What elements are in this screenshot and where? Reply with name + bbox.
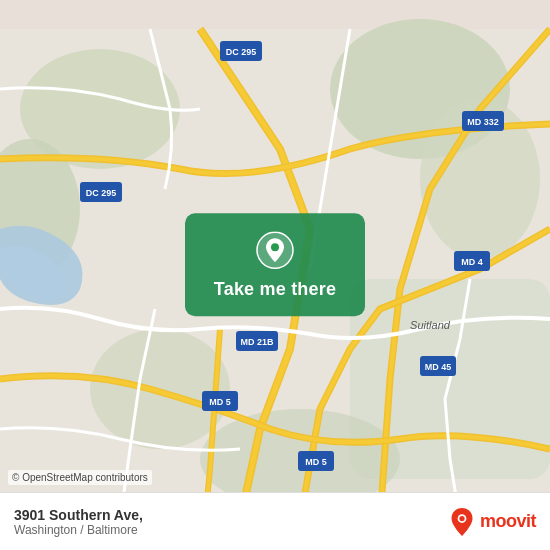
bottom-bar: 3901 Southern Ave, Washington / Baltimor… — [0, 492, 550, 550]
address-text: 3901 Southern Ave, — [14, 507, 143, 523]
openstreetmap-attribution: © OpenStreetMap contributors — [12, 472, 148, 483]
svg-text:MD 21B: MD 21B — [240, 337, 274, 347]
action-card: Take me there — [185, 213, 365, 316]
svg-text:MD 5: MD 5 — [209, 397, 231, 407]
svg-text:DC 295: DC 295 — [86, 188, 117, 198]
svg-point-28 — [459, 515, 464, 520]
action-overlay[interactable]: Take me there — [185, 213, 365, 316]
svg-text:DC 295: DC 295 — [226, 47, 257, 57]
moovit-brand-name: moovit — [480, 511, 536, 532]
svg-text:Suitland: Suitland — [410, 319, 451, 331]
svg-text:MD 5: MD 5 — [305, 457, 327, 467]
attribution-text: © OpenStreetMap contributors — [8, 470, 152, 485]
svg-text:MD 45: MD 45 — [425, 362, 452, 372]
city-text: Washington / Baltimore — [14, 523, 143, 537]
address-section: 3901 Southern Ave, Washington / Baltimor… — [14, 507, 143, 537]
svg-point-26 — [271, 243, 279, 251]
moovit-pin-icon — [448, 508, 476, 536]
location-pin-icon — [256, 231, 294, 269]
map-container: DC 295 DC 295 MD 332 MD 4 MD 21B MD 45 M… — [0, 0, 550, 550]
svg-text:MD 332: MD 332 — [467, 117, 499, 127]
take-me-there-button[interactable]: Take me there — [214, 279, 336, 300]
moovit-logo: moovit — [448, 508, 536, 536]
svg-text:MD 4: MD 4 — [461, 257, 483, 267]
